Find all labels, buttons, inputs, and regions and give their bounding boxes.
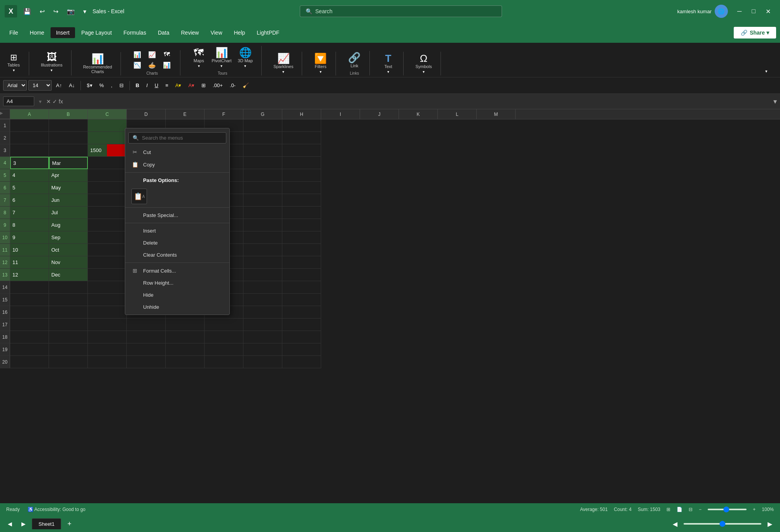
menu-data[interactable]: Data bbox=[152, 27, 175, 38]
cell-g6[interactable] bbox=[243, 182, 282, 194]
row-header-17[interactable]: 17 bbox=[0, 318, 10, 331]
pie-chart-button[interactable]: 🥧 bbox=[145, 61, 159, 70]
cell-h19[interactable] bbox=[282, 343, 321, 356]
cell-c8[interactable] bbox=[88, 206, 127, 219]
zoom-out-icon[interactable]: − bbox=[699, 507, 701, 512]
cell-b5[interactable]: Apr bbox=[49, 169, 88, 182]
cell-c2[interactable] bbox=[88, 132, 127, 144]
more-button[interactable]: ▾ bbox=[80, 6, 89, 17]
cell-b8[interactable]: Jul bbox=[49, 206, 88, 219]
confirm-formula-icon[interactable]: ✓ bbox=[52, 98, 57, 105]
cell-h10[interactable] bbox=[282, 231, 321, 244]
cell-c13[interactable] bbox=[88, 269, 127, 281]
increase-font-button[interactable]: A↑ bbox=[53, 81, 65, 90]
cell-f19[interactable] bbox=[205, 343, 243, 356]
cell-g12[interactable] bbox=[243, 256, 282, 269]
col-header-k[interactable]: K bbox=[399, 109, 438, 119]
row-header-13[interactable]: 13 bbox=[0, 269, 10, 281]
row-header-11[interactable]: 11 bbox=[0, 244, 10, 256]
scroll-sheet-left-button[interactable]: ◀ bbox=[5, 519, 15, 528]
ribbon-collapse-button[interactable]: ▾ bbox=[757, 67, 775, 75]
scroll-sheet-right-button[interactable]: ▶ bbox=[18, 519, 29, 528]
cell-a7[interactable]: 6 bbox=[10, 194, 49, 206]
cell-c14[interactable] bbox=[88, 281, 127, 294]
context-menu-search-input[interactable] bbox=[142, 135, 222, 141]
cell-a10[interactable]: 9 bbox=[10, 231, 49, 244]
row-header-4[interactable]: 4 bbox=[0, 157, 10, 169]
cell-d17[interactable] bbox=[127, 318, 166, 331]
percent-button[interactable]: % bbox=[97, 81, 107, 90]
cell-a1[interactable] bbox=[10, 119, 49, 132]
camera-button[interactable]: 📷 bbox=[64, 6, 78, 17]
zoom-in-icon[interactable]: + bbox=[753, 507, 756, 512]
ctx-copy-item[interactable]: 📋 Copy bbox=[125, 158, 229, 171]
cell-c12[interactable] bbox=[88, 256, 127, 269]
comma-button[interactable]: , bbox=[108, 81, 115, 90]
col-header-e[interactable]: E bbox=[166, 109, 205, 119]
cell-f18[interactable] bbox=[205, 331, 243, 343]
row-header-8[interactable]: 8 bbox=[0, 206, 10, 219]
cell-b13[interactable]: Dec bbox=[49, 269, 88, 281]
cell-d18[interactable] bbox=[127, 331, 166, 343]
cell-g3[interactable] bbox=[243, 144, 282, 157]
ctx-clear-contents-item[interactable]: Clear Contents bbox=[125, 249, 229, 261]
cell-a8[interactable]: 7 bbox=[10, 206, 49, 219]
page-view-icon[interactable]: 📄 bbox=[677, 507, 682, 512]
sheet1-tab[interactable]: Sheet1 bbox=[32, 518, 61, 529]
formula-expand-icon[interactable]: ▾ bbox=[773, 97, 777, 106]
fill-color-button[interactable]: A▾ bbox=[173, 81, 184, 90]
search-bar[interactable]: 🔍 Search bbox=[300, 5, 502, 17]
cell-g15[interactable] bbox=[243, 294, 282, 306]
cell-d20[interactable] bbox=[127, 356, 166, 368]
cell-a12[interactable]: 11 bbox=[10, 256, 49, 269]
formula-input[interactable] bbox=[66, 97, 770, 106]
cell-g7[interactable] bbox=[243, 194, 282, 206]
cell-b2[interactable] bbox=[49, 132, 88, 144]
row-header-6[interactable]: 6 bbox=[0, 182, 10, 194]
cell-g10[interactable] bbox=[243, 231, 282, 244]
cell-c11[interactable] bbox=[88, 244, 127, 256]
maximize-button[interactable]: □ bbox=[747, 6, 760, 17]
cell-g4[interactable] bbox=[243, 157, 282, 169]
cell-h3[interactable] bbox=[282, 144, 321, 157]
col-header-d[interactable]: D bbox=[127, 109, 166, 119]
cell-a19[interactable] bbox=[10, 343, 49, 356]
col-header-b[interactable]: B bbox=[49, 109, 88, 119]
maps-button[interactable]: 🗺 Maps ▾ bbox=[190, 46, 208, 70]
row-header-7[interactable]: 7 bbox=[0, 194, 10, 206]
cell-b20[interactable] bbox=[49, 356, 88, 368]
row-header-3[interactable]: 3 bbox=[0, 144, 10, 157]
close-button[interactable]: ✕ bbox=[761, 6, 775, 17]
cell-e19[interactable] bbox=[166, 343, 205, 356]
cell-c6[interactable] bbox=[88, 182, 127, 194]
cell-h18[interactable] bbox=[282, 331, 321, 343]
cell-a3[interactable] bbox=[10, 144, 49, 157]
cell-h7[interactable] bbox=[282, 194, 321, 206]
bold-button[interactable]: B bbox=[133, 81, 142, 90]
menu-page-layout[interactable]: Page Layout bbox=[76, 27, 117, 38]
insert-function-icon[interactable]: fx bbox=[59, 98, 63, 105]
col-header-g[interactable]: G bbox=[243, 109, 282, 119]
italic-button[interactable]: I bbox=[143, 81, 150, 90]
cell-b4[interactable]: Mar bbox=[49, 157, 88, 169]
scroll-right-button[interactable]: ▶ bbox=[764, 519, 775, 529]
menu-file[interactable]: File bbox=[4, 27, 24, 38]
ctx-row-height-item[interactable]: Row Height... bbox=[125, 277, 229, 289]
cell-a16[interactable] bbox=[10, 306, 49, 318]
decrease-font-button[interactable]: A↓ bbox=[66, 81, 77, 90]
link-button[interactable]: 🔗 Link bbox=[345, 51, 363, 70]
menu-lightpdf[interactable]: LightPDF bbox=[251, 27, 285, 38]
font-color-button[interactable]: A▾ bbox=[185, 81, 197, 90]
cell-a2[interactable] bbox=[10, 132, 49, 144]
row-header-19[interactable]: 19 bbox=[0, 343, 10, 356]
share-button[interactable]: 🔗 Share ▾ bbox=[734, 27, 776, 38]
ctx-unhide-item[interactable]: Unhide bbox=[125, 301, 229, 313]
cell-h4[interactable] bbox=[282, 157, 321, 169]
cell-a11[interactable]: 10 bbox=[10, 244, 49, 256]
row-header-2[interactable]: 2 bbox=[0, 132, 10, 144]
cell-c10[interactable] bbox=[88, 231, 127, 244]
cell-c4[interactable] bbox=[88, 157, 127, 169]
col-header-j[interactable]: J bbox=[360, 109, 399, 119]
cell-c18[interactable] bbox=[88, 331, 127, 343]
cell-b9[interactable]: Aug bbox=[49, 219, 88, 231]
